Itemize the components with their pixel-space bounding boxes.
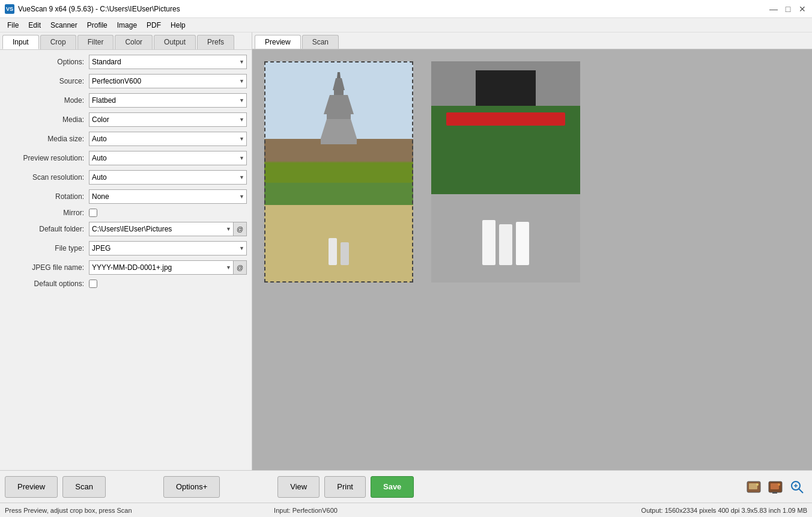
svg-marker-5 (321, 119, 357, 138)
menu-scanner[interactable]: Scanner (46, 20, 82, 31)
titlebar-left: VS VueScan 9 x64 (9.5.63) - C:\Users\IEU… (5, 4, 180, 14)
kid3 (516, 222, 529, 265)
menu-help[interactable]: Help (166, 20, 190, 31)
titlebar-controls[interactable]: — □ ✕ (769, 4, 807, 14)
tab-preview[interactable]: Preview (255, 35, 301, 49)
jpeg-name-row: JPEG file name: YYYY-MM-DD-0001+.jpg @ (5, 260, 247, 275)
status-right: Output: 1560x2334 pixels 400 dpi 3.9x5.8… (406, 507, 807, 514)
svg-point-9 (756, 483, 759, 486)
jpeg-name-dropdown[interactable]: YYYY-MM-DD-0001+.jpg (89, 260, 234, 275)
tab-prefs[interactable]: Prefs (197, 35, 234, 49)
svg-rect-11 (771, 483, 779, 489)
preview-button[interactable]: Preview (5, 476, 58, 498)
file-type-dropdown[interactable]: JPEG PNG TIFF PDF (89, 241, 247, 255)
photo-icon-2[interactable] (766, 477, 786, 497)
default-folder-at-button[interactable]: @ (234, 222, 247, 236)
default-folder-label: Default folder: (5, 225, 89, 233)
svg-rect-6 (321, 138, 357, 144)
media-dropdown[interactable]: Color Gray B&W (89, 112, 247, 127)
svg-marker-0 (337, 72, 341, 78)
options-row: Options: Standard Professional Simple (5, 55, 247, 69)
media-size-row: Media size: Auto Letter A4 (5, 132, 247, 146)
tab-output[interactable]: Output (154, 35, 196, 49)
mode-select[interactable]: Flatbed Transparency (89, 93, 247, 108)
photo2-kids (482, 220, 529, 265)
tab-crop[interactable]: Crop (40, 35, 76, 49)
preview-tab-bar: Preview Scan (252, 32, 812, 49)
mode-label: Mode: (5, 96, 89, 105)
menubar: File Edit Scanner Profile Image PDF Help (0, 18, 812, 32)
media-select[interactable]: Color Gray B&W (89, 112, 247, 127)
scan-button[interactable]: Scan (62, 476, 106, 498)
default-folder-control: C:\Users\IEUser\Pictures @ (89, 222, 247, 236)
main: Input Crop Filter Color Output Prefs Opt… (0, 32, 812, 470)
jpeg-name-at-button[interactable]: @ (234, 260, 247, 275)
tab-filter[interactable]: Filter (77, 35, 114, 49)
zoom-icon[interactable] (788, 477, 807, 497)
rotation-select[interactable]: None 90 CW 90 CCW 180 (89, 189, 247, 204)
rotation-row: Rotation: None 90 CW 90 CCW 180 (5, 189, 247, 204)
titlebar-title: VueScan 9 x64 (9.5.63) - C:\Users\IEUser… (18, 5, 180, 13)
photo-icon-1[interactable] (745, 477, 764, 497)
menu-profile[interactable]: Profile (82, 20, 112, 31)
default-options-row: Default options: (5, 280, 247, 288)
tab-scan[interactable]: Scan (302, 35, 339, 49)
bottom-right-icons (745, 477, 807, 497)
scan-res-label: Scan resolution: (5, 173, 89, 182)
tower-svg (318, 72, 360, 192)
form-area: Options: Standard Professional Simple So… (0, 50, 252, 470)
view-button[interactable]: View (277, 476, 320, 498)
menu-pdf[interactable]: PDF (142, 20, 166, 31)
close-button[interactable]: ✕ (798, 4, 807, 14)
person2 (341, 242, 349, 265)
options-dropdown[interactable]: Standard Professional Simple (89, 55, 247, 69)
svg-marker-3 (324, 95, 354, 114)
print-button[interactable]: Print (324, 476, 366, 498)
file-type-row: File type: JPEG PNG TIFF PDF (5, 241, 247, 255)
default-options-checkbox[interactable] (89, 280, 97, 288)
tab-input[interactable]: Input (2, 35, 39, 49)
default-folder-dropdown[interactable]: C:\Users\IEUser\Pictures (89, 222, 234, 236)
menu-file[interactable]: File (2, 20, 23, 31)
status-left: Press Preview, adjust crop box, press Sc… (5, 507, 205, 514)
left-tab-bar: Input Crop Filter Color Output Prefs (0, 32, 252, 50)
scan-res-dropdown[interactable]: Auto 300 dpi 400 dpi 600 dpi (89, 170, 247, 185)
photo1 (264, 61, 413, 283)
tower-area (318, 72, 360, 192)
options-label: Options: (5, 58, 89, 66)
media-size-select[interactable]: Auto Letter A4 (89, 132, 247, 146)
mirror-checkbox[interactable] (89, 209, 97, 217)
default-folder-row: Default folder: C:\Users\IEUser\Pictures… (5, 222, 247, 236)
menu-edit[interactable]: Edit (23, 20, 46, 31)
jpeg-name-select[interactable]: YYYY-MM-DD-0001+.jpg (89, 260, 234, 275)
tab-color[interactable]: Color (115, 35, 153, 49)
kid2 (499, 224, 512, 265)
mirror-row: Mirror: (5, 209, 247, 217)
status-bar: Press Preview, adjust crop box, press Sc… (0, 503, 812, 517)
source-select[interactable]: PerfectionV600 Flatbed (89, 74, 247, 88)
preview-res-dropdown[interactable]: Auto 75 dpi 150 dpi (89, 151, 247, 165)
default-options-label: Default options: (5, 280, 89, 288)
mirror-label: Mirror: (5, 209, 89, 217)
photo1-container (264, 61, 413, 283)
file-type-select[interactable]: JPEG PNG TIFF PDF (89, 241, 247, 255)
preview-res-row: Preview resolution: Auto 75 dpi 150 dpi (5, 151, 247, 165)
save-button[interactable]: Save (371, 476, 414, 498)
preview-res-select[interactable]: Auto 75 dpi 150 dpi (89, 151, 247, 165)
svg-rect-2 (334, 90, 344, 95)
options-plus-button[interactable]: Options+ (163, 476, 220, 498)
scan-res-select[interactable]: Auto 300 dpi 400 dpi 600 dpi (89, 170, 247, 185)
source-label: Source: (5, 77, 89, 85)
media-size-dropdown[interactable]: Auto Letter A4 (89, 132, 247, 146)
rotation-dropdown[interactable]: None 90 CW 90 CCW 180 (89, 189, 247, 204)
default-folder-select[interactable]: C:\Users\IEUser\Pictures (89, 222, 234, 236)
menu-image[interactable]: Image (112, 20, 142, 31)
left-panel: Input Crop Filter Color Output Prefs Opt… (0, 32, 252, 470)
mode-dropdown[interactable]: Flatbed Transparency (89, 93, 247, 108)
options-select[interactable]: Standard Professional Simple (89, 55, 247, 69)
minimize-button[interactable]: — (769, 4, 778, 14)
maximize-button[interactable]: □ (783, 4, 793, 14)
source-dropdown[interactable]: PerfectionV600 Flatbed (89, 74, 247, 88)
photo2-flowers (446, 112, 565, 126)
svg-point-12 (778, 483, 780, 486)
